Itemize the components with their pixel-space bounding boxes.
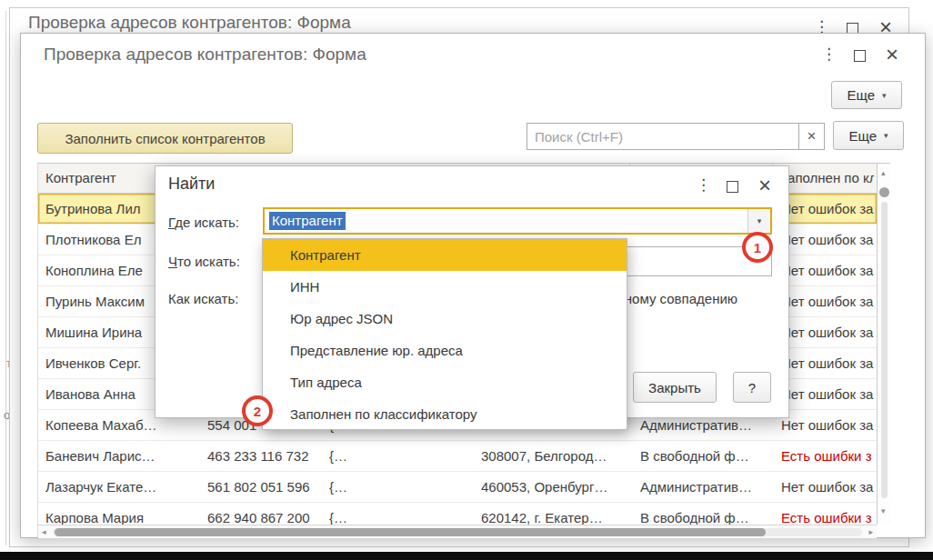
dropdown-item-address-json[interactable]: Юр адрес JSON (263, 303, 627, 335)
cell-status: Нет ошибок за (781, 379, 875, 409)
cell-status: Нет ошибок за (781, 255, 875, 285)
vertical-scrollbar-track[interactable] (881, 202, 888, 498)
page-title: Проверка адресов контрагентов: Форма (44, 45, 366, 65)
where-search-dropdown-list: Контрагент ИНН Юр адрес JSON Представлен… (262, 238, 627, 430)
cell-status: Есть ошибки з (781, 503, 875, 525)
dropdown-item-inn[interactable]: ИНН (263, 271, 627, 303)
annotation-badge-1: 1 (742, 232, 773, 263)
cell-address-type: Административ… (640, 472, 777, 502)
scroll-up-icon[interactable]: ▴ (881, 169, 886, 177)
search-input[interactable] (527, 124, 798, 149)
help-button[interactable]: ? (733, 372, 771, 403)
cell-status: Нет ошибок за (781, 410, 875, 440)
label-rest: де искать: (175, 215, 239, 230)
cell-inn: 561 802 051 596 (207, 472, 327, 502)
dropdown-item-contractor[interactable]: Контрагент (263, 239, 627, 271)
cell-status: Нет ошибок за (781, 472, 875, 502)
cell-contractor: Лазарчук Екате… (45, 472, 198, 502)
annotation-badge-2: 2 (242, 395, 273, 426)
search-clear-icon[interactable]: × (798, 124, 824, 149)
background-window-edge (5, 11, 6, 545)
cell-status: Нет ошибок за (781, 286, 875, 316)
cell-status: Нет ошибок за (781, 348, 875, 378)
vertical-scrollbar[interactable]: ▴ ▾ (877, 164, 891, 525)
cell-address-json: {… (329, 441, 475, 471)
more-button-top[interactable]: Еще ▾ (831, 81, 902, 109)
window-close-icon[interactable]: × (886, 46, 898, 63)
help-button-label: ? (748, 380, 756, 395)
table-row[interactable]: Лазарчук Екате… 561 802 051 596 {… 46005… (38, 472, 877, 503)
cell-address-type: В свободной ф… (640, 441, 777, 471)
window-menu-icon[interactable]: ⋮ (696, 177, 711, 194)
cell-status: Есть ошибки з (781, 441, 875, 471)
close-button[interactable]: Закрыть (633, 372, 717, 403)
more-button-label: Еще (848, 128, 877, 144)
search-box: × (527, 123, 825, 150)
screenshot-canvas: то од, Проверка адресов контрагентов: Фо… (0, 0, 933, 560)
scroll-right-icon[interactable]: ▸ (868, 528, 873, 536)
window-maximize-icon[interactable] (727, 181, 738, 193)
cell-status: Нет ошибок за (781, 194, 875, 224)
fill-contractor-list-button[interactable]: Заполнить список контрагентов (37, 123, 293, 154)
what-search-label: Что искать: (168, 248, 240, 275)
cell-address-repr: 460053, Оренбург… (481, 472, 636, 502)
close-button-label: Закрыть (648, 380, 701, 395)
column-header-filled-by-classifier[interactable]: Заполнен по кл (779, 164, 874, 193)
how-search-label: Как искать: (168, 285, 238, 313)
scroll-down-icon[interactable]: ▾ (881, 507, 886, 515)
cell-address-repr: 620142, г. Екатер… (481, 503, 636, 525)
scroll-left-icon[interactable]: ◂ (42, 528, 46, 536)
cell-status: Нет ошибок за (781, 225, 875, 255)
table-row[interactable]: Баневич Ларис… 463 233 116 732 {… 308007… (38, 441, 877, 472)
where-search-combobox[interactable]: Контрагент ▾ (263, 207, 772, 235)
label-rest: то искать: (177, 254, 240, 269)
cell-address-json: {… (329, 503, 475, 525)
window-maximize-icon[interactable] (854, 50, 866, 62)
cell-address-json: {… (329, 472, 475, 502)
cell-inn: 463 233 116 732 (207, 441, 327, 471)
background-window-title: Проверка адресов контрагентов: Форма (28, 13, 351, 33)
window-menu-icon[interactable]: ⋮ (821, 46, 837, 63)
dialog-title: Найти (168, 175, 215, 194)
accel-letter: Ч (168, 254, 177, 269)
dropdown-item-address-type[interactable]: Тип адреса (263, 366, 627, 398)
more-button-search[interactable]: Еще ▾ (833, 121, 904, 150)
chevron-down-icon: ▾ (882, 91, 887, 100)
dropdown-item-address-repr[interactable]: Представление юр. адреса (263, 335, 627, 366)
cell-address-type: В свободной ф… (640, 503, 777, 525)
combobox-dropdown-button[interactable]: ▾ (747, 209, 770, 233)
where-search-label: Где искать: (168, 209, 239, 236)
table-row[interactable]: Карпова Мария 662 940 867 200 {… 620142,… (38, 503, 877, 525)
more-button-label: Еще (847, 87, 875, 103)
window-close-icon[interactable]: × (758, 177, 771, 194)
taskbar-strip (0, 552, 933, 560)
fill-button-label: Заполнить список контрагентов (65, 131, 265, 146)
chevron-down-icon: ▾ (884, 131, 888, 140)
horizontal-scrollbar[interactable]: ◂ ▸ (38, 525, 877, 538)
cell-address-repr: 308007, Белгород… (481, 441, 636, 471)
cell-inn: 662 940 867 200 (207, 503, 327, 525)
combobox-selected-value: Контрагент (269, 212, 346, 230)
dropdown-item-filled-by-classifier[interactable]: Заполнен по классификатору (263, 398, 627, 430)
cell-contractor: Карпова Мария (45, 503, 198, 525)
column-header-contractor[interactable]: Контрагент (45, 164, 116, 193)
cell-status: Нет ошибок за (781, 317, 875, 347)
vertical-scrollbar-thumb[interactable] (879, 187, 889, 197)
cell-contractor: Баневич Ларис… (45, 441, 198, 471)
horizontal-scrollbar-thumb[interactable] (55, 528, 766, 536)
